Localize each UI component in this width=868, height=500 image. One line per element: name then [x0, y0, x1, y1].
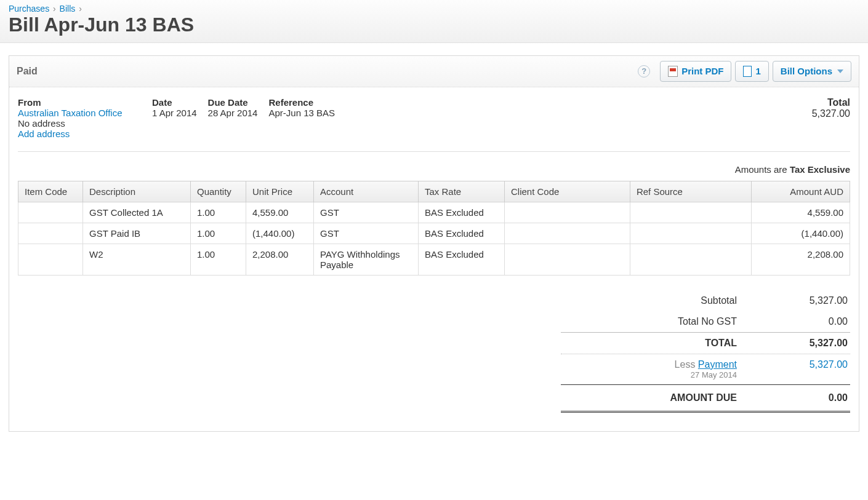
amount-due-value: 0.00 — [774, 392, 848, 403]
cell-tax-rate: BAS Excluded — [419, 244, 505, 275]
files-button[interactable]: 1 — [735, 61, 768, 82]
col-account: Account — [314, 181, 419, 202]
cell-ref-source — [630, 202, 751, 223]
cell-unit-price: 2,208.00 — [246, 244, 314, 275]
total-label: TOTAL — [563, 338, 774, 349]
col-ref-source: Ref Source — [630, 181, 751, 202]
cell-account: GST — [314, 223, 419, 244]
col-amount: Amount AUD — [752, 181, 850, 202]
less-prefix: Less — [675, 359, 698, 370]
header-total-label: Total — [812, 97, 850, 108]
cell-tax-rate: BAS Excluded — [419, 202, 505, 223]
amount-due-row: AMOUNT DUE 0.00 — [561, 384, 850, 413]
header-total: Total 5,327.00 — [812, 97, 850, 139]
cell-client-code — [505, 202, 630, 223]
table-row: W21.002,208.00PAYG Withholdings PayableB… — [18, 244, 850, 275]
cell-amount: 4,559.00 — [752, 202, 850, 223]
cell-description: W2 — [83, 244, 191, 275]
subtotal-row: Subtotal 5,327.00 — [561, 290, 850, 311]
from-label: From — [18, 97, 141, 108]
pdf-icon — [668, 66, 678, 77]
contact-link[interactable]: Australian Taxation Office — [18, 108, 123, 118]
cell-account: PAYG Withholdings Payable — [314, 244, 419, 275]
files-icon — [743, 66, 752, 77]
cell-unit-price: (1,440.00) — [246, 223, 314, 244]
payment-value: 5,327.00 — [774, 359, 848, 379]
breadcrumb: Purchases › Bills › — [9, 2, 859, 14]
bill-panel: Paid ? Print PDF 1 Bill Options From Aus… — [9, 55, 859, 432]
col-client-code: Client Code — [505, 181, 630, 202]
cell-quantity: 1.00 — [191, 202, 246, 223]
nogst-row: Total No GST 0.00 — [561, 311, 850, 332]
due-date-value: 28 Apr 2014 — [208, 108, 258, 118]
cell-item-code — [18, 223, 83, 244]
amounts-note: Amounts are Tax Exclusive — [9, 152, 859, 181]
print-pdf-button[interactable]: Print PDF — [660, 61, 731, 82]
amount-due-label: AMOUNT DUE — [563, 392, 774, 403]
line-items-table: Item Code Description Quantity Unit Pric… — [18, 181, 850, 276]
total-value: 5,327.00 — [774, 338, 848, 349]
cell-unit-price: 4,559.00 — [246, 202, 314, 223]
amounts-note-mode: Tax Exclusive — [790, 164, 850, 175]
totals-section: Subtotal 5,327.00 Total No GST 0.00 TOTA… — [18, 290, 850, 413]
cell-description: GST Collected 1A — [83, 202, 191, 223]
cell-account: GST — [314, 202, 419, 223]
col-unit-price: Unit Price — [246, 181, 314, 202]
bill-options-label: Bill Options — [781, 66, 832, 76]
col-quantity: Quantity — [191, 181, 246, 202]
table-header-row: Item Code Description Quantity Unit Pric… — [18, 181, 850, 202]
reference-block: Reference Apr-Jun 13 BAS — [268, 97, 335, 139]
subtotal-value: 5,327.00 — [774, 295, 848, 306]
breadcrumb-purchases[interactable]: Purchases — [9, 4, 49, 14]
print-pdf-label: Print PDF — [681, 66, 723, 76]
breadcrumb-separator: › — [52, 4, 57, 14]
toolbar: Paid ? Print PDF 1 Bill Options — [9, 56, 859, 87]
table-row: GST Collected 1A1.004,559.00GSTBAS Exclu… — [18, 202, 850, 223]
nogst-value: 0.00 — [774, 316, 848, 327]
page-title: Bill Apr-Jun 13 BAS — [9, 14, 859, 36]
total-row: TOTAL 5,327.00 — [561, 332, 850, 354]
cell-description: GST Paid IB — [83, 223, 191, 244]
reference-label: Reference — [268, 97, 335, 108]
col-tax-rate: Tax Rate — [419, 181, 505, 202]
add-address-link[interactable]: Add address — [18, 129, 70, 139]
cell-item-code — [18, 202, 83, 223]
payment-row: Less Payment 27 May 2014 5,327.00 — [561, 354, 850, 384]
cell-ref-source — [630, 223, 751, 244]
cell-client-code — [505, 244, 630, 275]
subtotal-label: Subtotal — [563, 295, 774, 306]
amounts-note-prefix: Amounts are — [735, 164, 790, 175]
header-total-value: 5,327.00 — [812, 108, 850, 119]
table-row: GST Paid IB1.00(1,440.00)GSTBAS Excluded… — [18, 223, 850, 244]
cell-quantity: 1.00 — [191, 223, 246, 244]
from-address: No address — [18, 118, 141, 129]
bill-info: From Australian Taxation Office No addre… — [9, 87, 859, 145]
chevron-down-icon — [837, 69, 843, 73]
cell-item-code — [18, 244, 83, 275]
cell-client-code — [505, 223, 630, 244]
status-badge: Paid — [17, 66, 38, 77]
date-value: 1 Apr 2014 — [152, 108, 197, 118]
files-count: 1 — [755, 66, 760, 76]
bill-options-button[interactable]: Bill Options — [773, 61, 851, 82]
date-block: Date 1 Apr 2014 — [152, 97, 197, 139]
date-label: Date — [152, 97, 197, 108]
cell-quantity: 1.00 — [191, 244, 246, 275]
due-date-block: Due Date 28 Apr 2014 — [208, 97, 258, 139]
cell-amount: 2,208.00 — [752, 244, 850, 275]
breadcrumb-bills[interactable]: Bills — [60, 4, 76, 14]
col-item-code: Item Code — [18, 181, 83, 202]
payment-link[interactable]: Payment — [698, 359, 737, 370]
page-header: Purchases › Bills › Bill Apr-Jun 13 BAS — [0, 0, 868, 43]
help-icon[interactable]: ? — [638, 65, 650, 77]
col-description: Description — [83, 181, 191, 202]
due-date-label: Due Date — [208, 97, 258, 108]
cell-tax-rate: BAS Excluded — [419, 223, 505, 244]
nogst-label: Total No GST — [563, 316, 774, 327]
from-block: From Australian Taxation Office No addre… — [18, 97, 141, 139]
breadcrumb-separator: › — [78, 4, 83, 14]
payment-date: 27 May 2014 — [563, 370, 737, 379]
cell-amount: (1,440.00) — [752, 223, 850, 244]
cell-ref-source — [630, 244, 751, 275]
reference-value: Apr-Jun 13 BAS — [268, 108, 335, 118]
